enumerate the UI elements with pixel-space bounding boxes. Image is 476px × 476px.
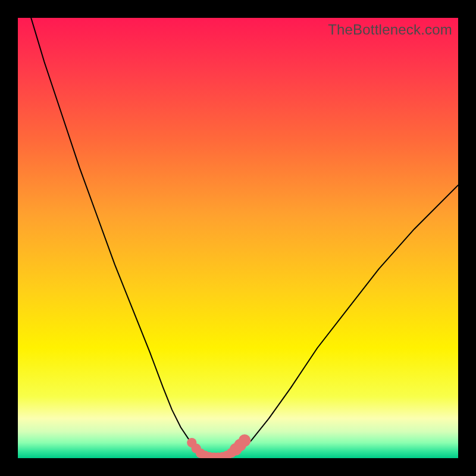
marker-dot bbox=[239, 434, 251, 447]
plot-area: TheBottleneck.com bbox=[18, 18, 458, 458]
outer-frame: TheBottleneck.com bbox=[0, 0, 476, 476]
chart-curves bbox=[18, 18, 458, 458]
watermark-text: TheBottleneck.com bbox=[328, 21, 452, 38]
series-left-branch bbox=[31, 18, 203, 456]
series-right-branch bbox=[229, 185, 458, 455]
